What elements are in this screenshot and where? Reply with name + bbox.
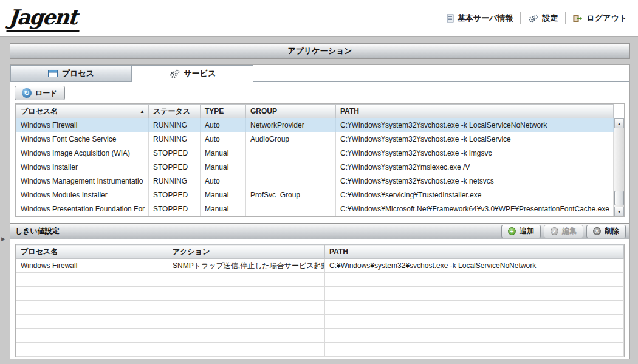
empty-row — [16, 343, 624, 357]
cell-name: Windows Image Acquisition (WIA) — [16, 146, 149, 160]
table-row[interactable]: Windows Modules InstallerSTOPPEDManualPr… — [16, 188, 614, 202]
table-row[interactable]: Windows FirewallRUNNINGAutoNetworkProvid… — [16, 118, 614, 132]
vertical-scrollbar: ▲ ▼ — [614, 118, 624, 216]
cell-type: Auto — [201, 132, 246, 146]
empty-row — [16, 315, 624, 329]
scrollbar-thumb[interactable] — [614, 191, 624, 205]
gears-icon — [170, 69, 180, 78]
column-header-type[interactable]: TYPE — [201, 105, 246, 118]
empty-cell — [325, 329, 624, 343]
nav-separator — [520, 12, 521, 24]
cell-group: AudioGroup — [246, 132, 336, 146]
cell-status: STOPPED — [149, 160, 201, 174]
chevron-right-icon: ▶ — [1, 236, 5, 242]
tab-service-label: サービス — [184, 68, 216, 79]
tab-process-label: プロセス — [62, 68, 94, 79]
edit-button[interactable]: ✓ 編集 — [544, 225, 583, 238]
add-icon: + — [508, 227, 516, 235]
threshold-column-name[interactable]: プロセス名 — [16, 245, 168, 259]
threshold-header-row: プロセス名 アクション PATH — [16, 245, 624, 259]
logout-icon — [573, 14, 583, 23]
threshold-table: プロセス名 アクション PATH Windows FirewallSNMPトラッ… — [16, 244, 624, 357]
empty-cell — [168, 301, 325, 315]
cell-status: RUNNING — [149, 132, 201, 146]
edit-button-label: 編集 — [562, 226, 577, 236]
threshold-section-title: しきい値設定 — [15, 226, 60, 236]
cell-path: C:¥Windows¥system32¥svchost.exe -k Local… — [336, 132, 614, 146]
cell-type: Auto — [201, 174, 246, 188]
threshold-table-area: プロセス名 アクション PATH Windows FirewallSNMPトラッ… — [15, 244, 625, 357]
cell-name: Windows Firewall — [16, 259, 168, 273]
cell-name: Windows Modules Installer — [16, 188, 149, 202]
reload-icon: ↻ — [22, 88, 32, 98]
cell-status: STOPPED — [149, 202, 201, 216]
tab-bar: プロセス サービス — [10, 65, 629, 82]
cell-path: C:¥Windows¥system32¥svchost.exe -k Local… — [325, 259, 624, 273]
delete-button-label: 削除 — [605, 226, 619, 236]
scroll-down-button[interactable]: ▼ — [614, 207, 624, 216]
threshold-table-body: Windows FirewallSNMPトラップ送信,停止した場合サービス起動C… — [16, 259, 624, 357]
add-button[interactable]: + 追加 — [501, 225, 541, 238]
tab-service[interactable]: サービス — [132, 65, 253, 82]
nav-settings-label: 設定 — [542, 13, 558, 24]
page-title-bar: アプリケーション — [10, 43, 630, 59]
table-row[interactable]: Windows Management InstrumentatioRUNNING… — [16, 174, 614, 188]
empty-row — [16, 287, 624, 301]
nav-separator — [565, 12, 566, 24]
empty-cell — [16, 315, 168, 329]
nav-settings[interactable]: 設定 — [528, 13, 558, 24]
cell-status: STOPPED — [149, 188, 201, 202]
delete-button[interactable]: × 削除 — [586, 225, 626, 238]
empty-cell — [16, 287, 168, 301]
cell-group — [246, 160, 336, 174]
empty-row — [16, 273, 624, 287]
empty-cell — [168, 287, 325, 301]
table-row[interactable]: Windows Presentation Foundation ForSTOPP… — [16, 202, 614, 216]
gear-icon — [528, 14, 538, 23]
empty-row — [16, 329, 624, 343]
services-header-row: プロセス名 ▲ ステータス TYPE GROUP PATH — [16, 105, 614, 118]
cell-name: Windows Font Cache Service — [16, 132, 149, 146]
empty-cell — [325, 287, 624, 301]
load-button[interactable]: ↻ ロード — [15, 86, 65, 100]
scroll-up-icon: ▲ — [617, 122, 622, 126]
table-row[interactable]: Windows FirewallSNMPトラップ送信,停止した場合サービス起動C… — [16, 259, 624, 273]
nav-server-info[interactable]: 基本サーバ情報 — [447, 13, 513, 24]
empty-cell — [168, 343, 325, 357]
cell-name: Windows Presentation Foundation For — [16, 202, 149, 216]
toolbar: ↻ ロード — [10, 82, 629, 103]
services-table-area: プロセス名 ▲ ステータス TYPE GROUP PATH Windows Fi… — [15, 103, 625, 217]
scrollbar-track[interactable] — [614, 128, 624, 207]
threshold-header-bar: しきい値設定 + 追加 ✓ 編集 × 削除 — [10, 223, 629, 239]
empty-cell — [16, 343, 168, 357]
cell-status: STOPPED — [149, 146, 201, 160]
server-info-icon — [447, 14, 454, 23]
cell-path: C:¥Windows¥system32¥svchost.exe -k Local… — [336, 118, 614, 132]
column-header-status[interactable]: ステータス — [149, 105, 201, 118]
table-row[interactable]: Windows InstallerSTOPPEDManualC:¥Windows… — [16, 160, 614, 174]
cell-status: RUNNING — [149, 118, 201, 132]
sidebar-collapse-handle[interactable]: ▶ — [0, 233, 7, 245]
threshold-column-action[interactable]: アクション — [168, 245, 325, 259]
tab-process[interactable]: プロセス — [10, 65, 132, 81]
column-header-group[interactable]: GROUP — [246, 105, 336, 118]
table-row[interactable]: Windows Font Cache ServiceRUNNINGAutoAud… — [16, 132, 614, 146]
cell-path: C:¥Windows¥system32¥svchost.exe -k imgsv… — [336, 146, 614, 160]
column-header-path[interactable]: PATH — [336, 105, 614, 118]
cell-type: Manual — [201, 160, 246, 174]
scroll-up-button[interactable]: ▲ — [614, 118, 624, 128]
cell-type: Auto — [201, 118, 246, 132]
app-header: Jagent 基本サーバ情報 設定 ログアウト — [0, 0, 638, 36]
cell-name: Windows Management Instrumentatio — [16, 174, 149, 188]
threshold-column-path[interactable]: PATH — [325, 245, 624, 259]
table-row[interactable]: Windows Image Acquisition (WIA)STOPPEDMa… — [16, 146, 614, 160]
main-area: ▶ アプリケーション プロセス サービス ↻ ロード — [0, 36, 638, 364]
cell-path: C:¥Windows¥system32¥msiexec.exe /V — [336, 160, 614, 174]
header-nav: 基本サーバ情報 設定 ログアウト — [447, 12, 627, 24]
column-header-status-label: ステータス — [153, 107, 190, 115]
column-header-name-label: プロセス名 — [21, 107, 58, 115]
cell-action: SNMPトラップ送信,停止した場合サービス起動 — [168, 259, 325, 273]
add-button-label: 追加 — [520, 226, 534, 236]
nav-logout[interactable]: ログアウト — [573, 13, 627, 24]
column-header-name[interactable]: プロセス名 ▲ — [16, 105, 149, 118]
